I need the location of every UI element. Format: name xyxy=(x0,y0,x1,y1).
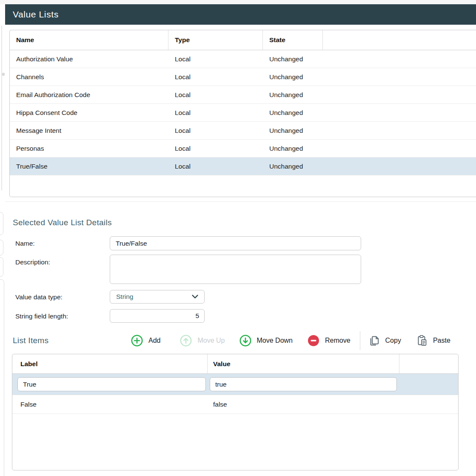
minus-circle-icon xyxy=(308,335,319,347)
arrow-up-circle-icon xyxy=(180,335,192,347)
item-value-field[interactable] xyxy=(210,377,397,391)
details-section-heading: Selected Value List Details xyxy=(13,218,112,227)
table-row[interactable]: Authorization Value Local Unchanged xyxy=(10,50,476,68)
remove-button-label: Remove xyxy=(325,337,351,344)
value-data-type-selected-value: String xyxy=(116,293,134,301)
copy-button[interactable]: Copy xyxy=(369,335,401,347)
table-row[interactable]: Channels Local Unchanged xyxy=(10,68,476,86)
left-panel-fragment xyxy=(2,73,5,76)
list-items-toolbar: Add Move Up Move Down Remove Copy xyxy=(131,334,450,347)
description-label: Description: xyxy=(15,258,50,266)
paste-icon xyxy=(417,335,428,347)
string-field-length-field[interactable] xyxy=(110,309,205,323)
move-down-button[interactable]: Move Down xyxy=(239,335,293,347)
name-label: Name: xyxy=(15,240,35,247)
value-data-type-label: Value data type: xyxy=(15,293,63,301)
column-header-empty xyxy=(323,30,476,50)
column-header-name: Name xyxy=(10,30,168,50)
item-label-field[interactable] xyxy=(17,377,206,391)
left-panel-fragment xyxy=(0,212,3,235)
left-panel-fragment xyxy=(0,279,4,476)
remove-button[interactable]: Remove xyxy=(308,335,351,347)
page-title: Value Lists xyxy=(13,9,59,20)
list-item-row[interactable]: False false xyxy=(12,395,458,414)
plus-circle-icon xyxy=(131,335,143,347)
list-items-heading: List Items xyxy=(13,336,48,345)
list-item-row-selected[interactable] xyxy=(12,374,458,395)
add-button-label: Add xyxy=(148,337,160,344)
arrow-down-circle-icon xyxy=(239,335,251,347)
value-lists-screen: Value Lists Name Type State Authorizatio… xyxy=(0,0,476,476)
value-lists-table-header: Name Type State xyxy=(10,30,476,50)
table-row[interactable]: Personas Local Unchanged xyxy=(10,140,476,158)
toolbar-divider xyxy=(360,331,360,350)
value-data-type-select[interactable]: String xyxy=(110,290,205,304)
value-lists-table: Name Type State Authorization Value Loca… xyxy=(9,30,476,197)
add-button[interactable]: Add xyxy=(131,335,160,347)
column-header-state: State xyxy=(263,30,323,50)
column-header-type: Type xyxy=(168,30,263,50)
left-panel-fragment xyxy=(0,257,3,277)
move-up-button-label: Move Up xyxy=(197,337,225,344)
table-row-selected[interactable]: True/False Local Unchanged xyxy=(10,158,476,175)
paste-button[interactable]: Paste xyxy=(417,335,450,347)
column-header-value: Value xyxy=(208,354,399,373)
copy-icon xyxy=(369,335,380,347)
chevron-down-icon xyxy=(192,293,198,301)
list-items-table: Label Value False false xyxy=(12,354,459,470)
table-row[interactable]: Message Intent Local Unchanged xyxy=(10,122,476,140)
table-row[interactable]: Hippa Consent Code Local Unchanged xyxy=(10,104,476,122)
section-divider xyxy=(5,201,476,202)
table-row[interactable]: Email Authorization Code Local Unchanged xyxy=(10,86,476,104)
left-panel-fragment xyxy=(0,240,3,255)
move-down-button-label: Move Down xyxy=(257,337,293,344)
description-field[interactable] xyxy=(110,255,361,284)
copy-button-label: Copy xyxy=(385,337,401,344)
string-field-length-label: String field length: xyxy=(15,313,68,320)
paste-button-label: Paste xyxy=(433,337,450,344)
name-field[interactable] xyxy=(110,236,361,250)
list-items-table-header: Label Value xyxy=(12,354,458,374)
column-header-label: Label xyxy=(12,354,208,373)
column-header-empty xyxy=(399,354,458,373)
left-panel-edge xyxy=(1,26,2,190)
move-up-button[interactable]: Move Up xyxy=(180,335,225,347)
panel-title-bar: Value Lists xyxy=(5,4,476,25)
page-top-strip xyxy=(0,0,476,4)
